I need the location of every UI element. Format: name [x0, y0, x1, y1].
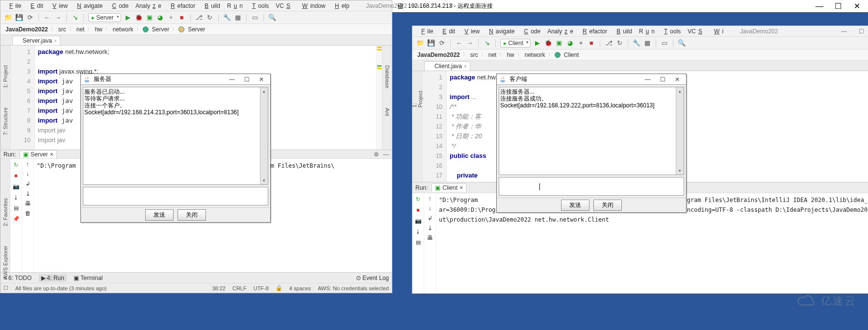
hide-panel-icon[interactable]: — [383, 151, 389, 158]
forward-icon[interactable]: → [466, 39, 474, 47]
open-icon[interactable]: 📁 [416, 39, 424, 47]
refresh-icon[interactable]: ⟳ [438, 39, 446, 47]
menu-help[interactable]: Help [330, 1, 352, 10]
forward-icon[interactable]: → [54, 14, 62, 22]
menu-edit[interactable]: Edit [437, 27, 458, 36]
wrap-icon[interactable]: ↲ [428, 215, 433, 222]
save-icon[interactable]: 💾 [427, 39, 435, 47]
menu-navigate[interactable]: Navigate [72, 1, 105, 10]
attach-icon[interactable]: ⌖ [167, 14, 175, 22]
run-icon[interactable]: ▶ [124, 14, 132, 22]
menu-code[interactable]: Code [519, 27, 543, 36]
scroll-icon[interactable]: ⤓ [428, 225, 433, 231]
layout-ico[interactable]: ▤ [414, 238, 422, 246]
menu-navigate[interactable]: Navigate [484, 27, 517, 36]
menu-analyze[interactable]: Analyze [133, 1, 164, 10]
send-button[interactable]: 发送 [145, 209, 174, 221]
close-icon[interactable]: ✕ [255, 76, 267, 83]
print-icon[interactable]: 🖶 [427, 234, 433, 241]
structure-icon[interactable]: ▦ [234, 14, 242, 22]
gear-icon[interactable]: ⚙ [374, 151, 379, 158]
attach-icon[interactable]: ⌖ [577, 39, 585, 47]
scrollbar[interactable]: ▴▾ [260, 87, 268, 184]
run-icon[interactable]: ▶ [534, 39, 541, 47]
back-icon[interactable]: ← [43, 14, 51, 22]
run-bottom-tab[interactable]: ▶ 4: Run [39, 274, 67, 282]
bc-root[interactable]: JavaDemo2022 [416, 51, 461, 58]
up-icon[interactable]: ↑ [26, 161, 29, 168]
scrollbar[interactable]: ▴▾ [676, 87, 684, 175]
exit-icon[interactable]: ⭳ [414, 228, 422, 235]
debug-icon[interactable]: 🐞 [544, 39, 552, 47]
back-icon[interactable]: ← [455, 39, 463, 47]
dump-icon[interactable]: 📷 [414, 217, 422, 225]
stop-icon[interactable]: ■ [178, 14, 186, 22]
maximize-icon[interactable]: ☐ [429, 1, 439, 10]
menu-build[interactable]: Build [612, 27, 635, 36]
server-dialog-titlebar[interactable]: 服务器 — ☐ ✕ [81, 74, 270, 85]
close-button[interactable]: 关闭 [593, 200, 622, 211]
bc-network[interactable]: network [524, 51, 546, 58]
menu-build[interactable]: Build [200, 1, 223, 10]
build-icon[interactable]: ↘ [71, 14, 79, 22]
run-config-selector[interactable]: ▸ Client [500, 39, 531, 48]
menu-file[interactable]: File [4, 1, 24, 10]
send-button[interactable]: 发送 [561, 200, 589, 211]
menu-vcs[interactable]: VCS [685, 27, 707, 36]
line-sep[interactable]: CRLF [232, 285, 247, 291]
save-icon[interactable]: 💾 [15, 14, 23, 22]
file-tab-client[interactable]: Client.java × [424, 61, 470, 71]
client-input-field[interactable] [499, 177, 684, 196]
profile-icon[interactable]: ◕ [156, 14, 164, 22]
pin-icon[interactable]: 📌 [12, 215, 20, 223]
client-dialog[interactable]: 客户端 — ☐ ✕ 连接服务器... 连接服务器成功。 Socket[addr=… [496, 74, 687, 213]
menu-file[interactable]: File [416, 27, 435, 36]
caret-pos[interactable]: 38:22 [212, 285, 226, 291]
bc-hw[interactable]: hw [506, 51, 515, 58]
close-tab-icon[interactable]: × [464, 64, 467, 69]
indent[interactable]: 4 spaces [289, 285, 311, 291]
menu-window[interactable]: Window [297, 1, 328, 10]
bc-net[interactable]: net [487, 51, 498, 58]
menu-edit[interactable]: Edit [26, 1, 46, 10]
client-log-textarea[interactable]: 连接服务器... 连接服务器成功。 Socket[addr=/192.168.1… [499, 87, 684, 175]
coverage-icon[interactable]: ▣ [146, 14, 153, 22]
stop-run-icon[interactable]: ■ [414, 206, 422, 214]
menu-tools[interactable]: Tools [247, 1, 271, 10]
favorites-tool[interactable]: 2: Favorites [2, 198, 8, 226]
server-log-textarea[interactable]: 服务器已启动... 等待客户请求... 连接一个客户。 Socket[addr=… [83, 87, 268, 185]
menu-refactor[interactable]: Refactor [578, 27, 610, 36]
server-input-field[interactable] [83, 187, 268, 205]
menu-window[interactable]: Wi [709, 27, 726, 36]
encoding[interactable]: UTF-8 [254, 285, 269, 291]
bc-net[interactable]: net [76, 26, 86, 33]
rerun-icon[interactable]: ↻ [12, 161, 20, 169]
maximize-icon[interactable]: ☐ [241, 76, 253, 83]
maximize-icon[interactable]: ☐ [657, 76, 668, 83]
menu-run[interactable]: Run [637, 27, 657, 36]
aws-status[interactable]: AWS: No credentials selected [318, 285, 389, 291]
menu-view[interactable]: View [460, 27, 482, 36]
client-dialog-titlebar[interactable]: 客户端 — ☐ ✕ [497, 74, 686, 85]
bc-network[interactable]: network [112, 26, 134, 33]
debug-icon[interactable]: 🐞 [135, 14, 143, 22]
menu-run[interactable]: Run [225, 1, 245, 10]
minimize-icon[interactable]: — [812, 2, 827, 11]
close-icon[interactable]: ✕ [671, 76, 683, 83]
menu-code[interactable]: Code [107, 1, 131, 10]
update-icon[interactable]: ↻ [206, 14, 214, 22]
minimize-icon[interactable]: — [411, 1, 422, 10]
vcs-icon[interactable]: ⎇ [605, 39, 613, 47]
close-button[interactable]: 关闭 [178, 209, 206, 221]
minimize-icon[interactable]: — [226, 76, 238, 83]
down-icon[interactable]: ↓ [26, 171, 29, 178]
rdp-titlebar[interactable]: 🖥 192.168.214.213 - 远程桌面连接 — ☐ ✕ [392, 0, 868, 13]
bc-src[interactable]: src [57, 26, 67, 33]
layout-icon[interactable]: ▭ [251, 14, 259, 22]
server-dialog[interactable]: 服务器 — ☐ ✕ 服务器已启动... 等待客户请求... 连接一个客户。 So… [80, 74, 271, 223]
down-icon[interactable]: ↓ [429, 205, 432, 212]
close-tab-icon[interactable]: × [54, 38, 57, 44]
menu-refactor[interactable]: Refactor [166, 1, 198, 10]
menu-analyze[interactable]: Analyze [545, 27, 576, 36]
print-icon[interactable]: 🖶 [25, 200, 31, 207]
